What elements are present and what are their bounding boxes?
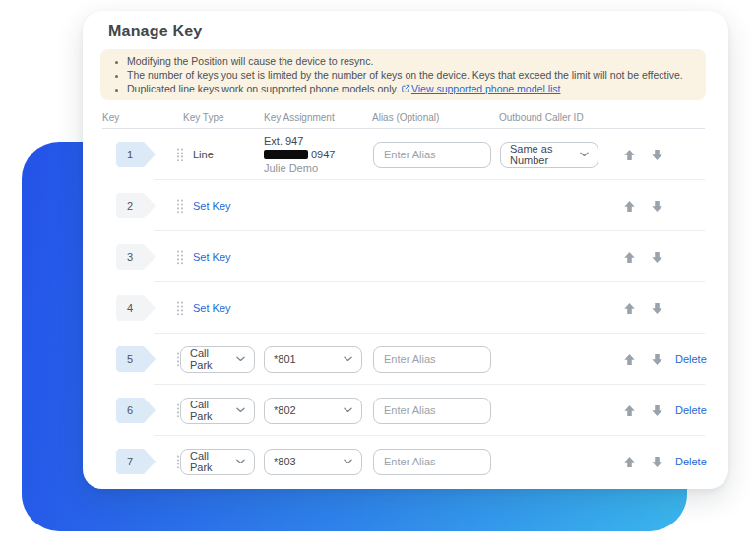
- move-up-button[interactable]: [623, 149, 636, 161]
- table-row-key-1: 1 Line Ext. 947 0947 Julie Demo Same as …: [83, 129, 728, 180]
- drag-handle[interactable]: [176, 231, 184, 282]
- key-assignment-value: *801: [274, 353, 296, 365]
- key-number: 3: [127, 251, 133, 263]
- arrow-up-icon: [623, 353, 636, 366]
- notice-text: Duplicated line keys work on supported p…: [127, 83, 399, 94]
- chevron-down-icon: [236, 459, 245, 464]
- column-header-key: Key: [102, 112, 119, 123]
- move-up-button[interactable]: [623, 302, 636, 315]
- set-key-button[interactable]: Set Key: [193, 251, 231, 263]
- manage-key-card: Manage Key Modifying the Position will c…: [83, 11, 728, 489]
- arrow-down-icon: [651, 404, 663, 417]
- key-type-select[interactable]: Call Park: [180, 449, 255, 475]
- arrow-down-icon: [651, 149, 663, 161]
- drag-handle[interactable]: [176, 129, 184, 180]
- arrow-down-icon: [651, 353, 663, 366]
- table-row-key-2: 2 Set Key: [83, 180, 728, 231]
- table-row-key-5: 5 Call Park *801 Delete: [83, 334, 728, 385]
- table-row-key-7: 7 Call Park *803 Delete: [83, 436, 728, 487]
- arrow-down-icon: [651, 456, 663, 468]
- move-up-button[interactable]: [623, 456, 636, 468]
- arrow-down-icon: [651, 251, 663, 264]
- key-assignment-value: *802: [274, 404, 296, 416]
- delete-button[interactable]: Delete: [675, 456, 707, 467]
- alias-input[interactable]: [373, 449, 491, 475]
- key-assignment-info: Ext. 947 0947 Julie Demo: [264, 134, 335, 175]
- chevron-down-icon: [344, 459, 352, 464]
- delete-button[interactable]: Delete: [675, 404, 707, 416]
- alias-input[interactable]: [373, 398, 491, 424]
- key-position-badge: 1: [116, 142, 156, 167]
- key-table: Key Key Type Key Assignment Alias (Optio…: [83, 112, 728, 487]
- table-row-key-6: 6 Call Park *802 Delete: [83, 385, 728, 436]
- key-assignment-select[interactable]: *801: [264, 346, 362, 373]
- key-assignment-select[interactable]: *803: [264, 449, 362, 475]
- table-row-key-3: 3 Set Key: [83, 231, 728, 282]
- set-key-button[interactable]: Set Key: [193, 302, 231, 314]
- move-up-button[interactable]: [623, 200, 636, 213]
- column-header-alias: Alias (Optional): [372, 112, 439, 123]
- assignment-name: Julie Demo: [264, 161, 335, 175]
- page: Manage Key Modifying the Position will c…: [0, 0, 756, 555]
- assignment-number: 0947: [264, 148, 335, 161]
- assignment-extension: Ext. 947: [264, 134, 335, 148]
- key-number: 1: [127, 149, 133, 160]
- alias-input[interactable]: [373, 142, 491, 168]
- notice-banner: Modifying the Position will cause the de…: [100, 49, 706, 100]
- move-down-button[interactable]: [651, 149, 663, 161]
- move-down-button[interactable]: [651, 404, 663, 417]
- column-header-key-assignment: Key Assignment: [264, 112, 335, 123]
- table-header: Key Key Type Key Assignment Alias (Optio…: [83, 112, 705, 129]
- key-position-badge: 7: [116, 449, 156, 474]
- notice-item: Modifying the Position will cause the de…: [127, 54, 694, 68]
- outbound-caller-id-select[interactable]: Same as Number: [500, 142, 598, 168]
- move-down-button[interactable]: [651, 302, 663, 315]
- drag-handle[interactable]: [176, 180, 184, 231]
- move-down-button[interactable]: [651, 200, 663, 213]
- move-down-button[interactable]: [651, 251, 663, 264]
- arrow-down-icon: [651, 200, 663, 213]
- move-up-button[interactable]: [623, 404, 636, 417]
- chevron-down-icon: [236, 356, 245, 362]
- drag-handle-icon: [176, 250, 184, 265]
- delete-button[interactable]: Delete: [675, 353, 707, 365]
- arrow-up-icon: [623, 404, 636, 417]
- key-position-badge: 6: [116, 398, 156, 423]
- key-type-value: Call Park: [190, 399, 230, 422]
- key-type-select[interactable]: Call Park: [180, 346, 255, 373]
- move-up-button[interactable]: [623, 251, 636, 264]
- move-down-button[interactable]: [651, 353, 663, 366]
- chevron-down-icon: [580, 152, 589, 157]
- move-down-button[interactable]: [651, 456, 663, 468]
- table-row-key-4: 4 Set Key: [83, 282, 728, 334]
- arrow-down-icon: [651, 302, 663, 315]
- drag-handle-icon: [176, 301, 184, 316]
- key-type-value: Call Park: [190, 450, 230, 473]
- key-assignment-select[interactable]: *802: [264, 398, 362, 424]
- key-number: 7: [127, 456, 133, 467]
- key-number: 2: [127, 200, 133, 212]
- move-up-button[interactable]: [623, 353, 636, 366]
- arrow-up-icon: [623, 456, 636, 468]
- notice-item: The number of keys you set is limited by…: [127, 68, 694, 82]
- chevron-down-icon: [236, 407, 245, 413]
- key-type-label: Line: [193, 129, 214, 180]
- drag-handle-icon: [176, 148, 184, 162]
- key-position-badge: 3: [116, 244, 156, 270]
- column-header-key-type: Key Type: [183, 112, 224, 123]
- arrow-up-icon: [623, 149, 636, 161]
- key-number: 6: [127, 404, 133, 416]
- key-position-badge: 4: [116, 295, 156, 321]
- drag-handle-icon: [176, 199, 184, 214]
- drag-handle[interactable]: [176, 282, 184, 334]
- set-key-button[interactable]: Set Key: [193, 200, 231, 212]
- key-type-select[interactable]: Call Park: [180, 398, 255, 424]
- key-number: 4: [127, 302, 133, 314]
- outbound-caller-id-value: Same as Number: [510, 143, 574, 166]
- arrow-up-icon: [623, 251, 636, 264]
- alias-input[interactable]: [373, 346, 491, 373]
- key-number: 5: [127, 353, 133, 365]
- arrow-up-icon: [623, 302, 636, 315]
- key-position-badge: 2: [116, 193, 156, 218]
- supported-phone-model-link[interactable]: View supported phone model list: [411, 83, 561, 94]
